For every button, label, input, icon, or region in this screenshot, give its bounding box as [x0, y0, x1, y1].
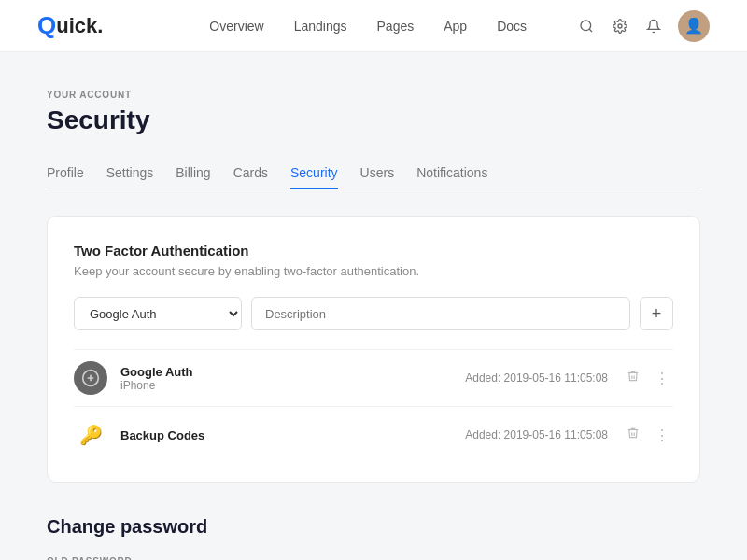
tfa-item-google-info: Google Auth iPhone — [120, 365, 465, 392]
tfa-backup-icon: 🔑 — [74, 418, 107, 452]
nav-link-docs[interactable]: Docs — [497, 19, 527, 34]
tfa-title: Two Factor Authentication — [74, 243, 673, 259]
tfa-more-google-button[interactable]: ⋮ — [651, 368, 673, 389]
tfa-card: Two Factor Authentication Keep your acco… — [47, 216, 700, 483]
account-label: YOUR ACCOUNT — [47, 90, 700, 100]
tfa-item-backup-info: Backup Codes — [120, 428, 465, 442]
tfa-item-backup-date: Added: 2019-05-16 11:05:08 — [465, 428, 608, 441]
nav-link-landings[interactable]: Landings — [294, 19, 347, 34]
tab-bar: Profile Settings Billing Cards Security … — [47, 158, 700, 189]
main-content: YOUR ACCOUNT Security Profile Settings B… — [28, 52, 719, 560]
change-password-title: Change password — [47, 516, 700, 538]
gear-icon[interactable] — [611, 17, 629, 35]
tfa-item-backup-name: Backup Codes — [120, 428, 465, 442]
brand-logo[interactable]: Quick. — [37, 11, 103, 40]
logo-q: Q — [37, 11, 56, 40]
navbar: Quick. Overview Landings Pages App Docs … — [0, 0, 747, 52]
tfa-description-input[interactable] — [251, 297, 630, 330]
tfa-delete-backup-button[interactable] — [623, 425, 643, 445]
tab-notifications[interactable]: Notifications — [416, 158, 487, 189]
search-icon[interactable] — [577, 17, 596, 35]
tfa-method-select[interactable]: Google Auth SMS Email — [74, 297, 242, 330]
bell-icon[interactable] — [644, 17, 663, 35]
tfa-subtitle: Keep your account secure by enabling two… — [74, 264, 673, 278]
svg-point-2 — [618, 24, 622, 28]
svg-point-0 — [581, 21, 591, 31]
old-password-label: OLD PASSWORD — [47, 556, 700, 560]
tab-billing[interactable]: Billing — [176, 158, 210, 189]
tfa-item-google-name: Google Auth — [120, 365, 465, 379]
user-avatar[interactable]: 👤 — [678, 10, 710, 42]
logo-rest: uick. — [56, 14, 103, 38]
tab-users[interactable]: Users — [360, 158, 395, 189]
tfa-item-backup-actions: ⋮ — [623, 425, 673, 446]
tfa-more-backup-button[interactable]: ⋮ — [651, 425, 673, 446]
tfa-item-google-date: Added: 2019-05-16 11:05:08 — [465, 371, 608, 385]
tfa-delete-google-button[interactable] — [623, 368, 643, 388]
tfa-item-google-sub: iPhone — [120, 379, 465, 392]
tfa-google-icon — [74, 361, 107, 395]
page-title: Security — [47, 105, 700, 135]
navbar-actions: 👤 — [577, 10, 710, 42]
tfa-item-google-actions: ⋮ — [623, 368, 673, 389]
nav-link-pages[interactable]: Pages — [377, 19, 415, 34]
tab-security[interactable]: Security — [290, 158, 338, 189]
old-password-group: OLD PASSWORD — [47, 556, 700, 560]
tab-cards[interactable]: Cards — [233, 158, 268, 189]
tfa-input-row: Google Auth SMS Email + — [74, 297, 673, 330]
tfa-item-backup: 🔑 Backup Codes Added: 2019-05-16 11:05:0… — [74, 406, 673, 463]
svg-line-1 — [589, 29, 592, 32]
nav-link-overview[interactable]: Overview — [209, 19, 263, 34]
nav-links: Overview Landings Pages App Docs — [159, 19, 577, 34]
tfa-item-google: Google Auth iPhone Added: 2019-05-16 11:… — [74, 349, 673, 406]
tab-settings[interactable]: Settings — [106, 158, 154, 189]
change-password-section: Change password OLD PASSWORD NEW PASSWOR… — [47, 516, 700, 560]
tfa-add-button[interactable]: + — [640, 297, 673, 330]
tab-profile[interactable]: Profile — [47, 158, 84, 189]
nav-link-app[interactable]: App — [444, 19, 467, 34]
